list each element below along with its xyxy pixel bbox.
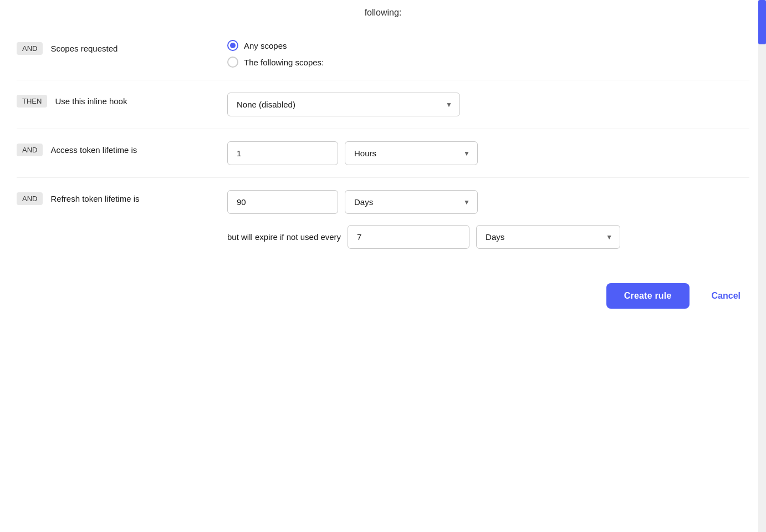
inline-hook-control-group: None (disabled) ▼ — [227, 93, 749, 116]
form-section: AND Scopes requested Any scopes The foll… — [0, 28, 766, 261]
refresh-token-control-group: Days Hours Minutes ▼ but will expire if … — [227, 190, 749, 249]
access-token-unit-wrapper: Hours Minutes Days ▼ — [345, 141, 478, 165]
inline-hook-label: Use this inline hook — [55, 96, 127, 106]
access-token-unit-select[interactable]: Hours Minutes Days — [345, 141, 478, 165]
cancel-button[interactable]: Cancel — [703, 283, 749, 309]
refresh-token-label-group: AND Refresh token lifetime is — [17, 190, 227, 205]
any-scopes-radio[interactable] — [227, 40, 238, 51]
access-token-label: Access token lifetime is — [50, 145, 137, 155]
inline-hook-row: THEN Use this inline hook None (disabled… — [17, 80, 749, 129]
page-container: following: AND Scopes requested Any scop… — [0, 0, 766, 532]
scopes-badge: AND — [17, 42, 43, 55]
access-token-label-group: AND Access token lifetime is — [17, 141, 227, 156]
refresh-token-sub-group: Days Hours Minutes ▼ but will expire if … — [227, 190, 749, 249]
expire-value-input[interactable] — [348, 225, 469, 249]
scopes-label-group: AND Scopes requested — [17, 40, 227, 55]
scopes-label: Scopes requested — [50, 44, 118, 53]
refresh-token-inline: Days Hours Minutes ▼ — [227, 190, 749, 214]
scopes-control-group: Any scopes The following scopes: — [227, 40, 749, 68]
access-token-control-group: Hours Minutes Days ▼ — [227, 141, 749, 165]
following-scopes-radio[interactable] — [227, 57, 238, 68]
header-text: following: — [0, 0, 766, 28]
refresh-token-badge: AND — [17, 192, 43, 205]
any-scopes-label: Any scopes — [244, 41, 287, 50]
scrollbar-track — [758, 0, 766, 532]
following-scopes-option[interactable]: The following scopes: — [227, 57, 749, 68]
access-token-value-input[interactable] — [227, 141, 338, 165]
expire-row: but will expire if not used every Days H… — [227, 222, 749, 249]
access-token-badge: AND — [17, 144, 43, 156]
scrollbar-thumb[interactable] — [758, 0, 766, 44]
inline-hook-select[interactable]: None (disabled) — [227, 93, 460, 116]
inline-hook-label-group: THEN Use this inline hook — [17, 93, 227, 108]
refresh-token-value-input[interactable] — [227, 190, 338, 214]
expire-prefix-text: but will expire if not used every — [227, 231, 341, 243]
create-rule-button[interactable]: Create rule — [606, 283, 690, 309]
following-scopes-label: The following scopes: — [244, 58, 324, 67]
inline-hook-badge: THEN — [17, 95, 47, 108]
access-token-inline: Hours Minutes Days ▼ — [227, 141, 749, 165]
scopes-row: AND Scopes requested Any scopes The foll… — [17, 28, 749, 80]
any-scopes-option[interactable]: Any scopes — [227, 40, 749, 51]
access-token-row: AND Access token lifetime is Hours Minut… — [17, 129, 749, 178]
footer-actions: Create rule Cancel — [0, 261, 766, 325]
refresh-token-label: Refresh token lifetime is — [50, 194, 139, 203]
refresh-token-unit-select[interactable]: Days Hours Minutes — [345, 190, 478, 214]
scopes-radio-group: Any scopes The following scopes: — [227, 40, 749, 68]
refresh-token-row: AND Refresh token lifetime is Days Hours… — [17, 178, 749, 261]
inline-hook-select-wrapper: None (disabled) ▼ — [227, 93, 460, 116]
refresh-token-unit-wrapper: Days Hours Minutes ▼ — [345, 190, 478, 214]
expire-unit-wrapper: Days Hours Minutes ▼ — [476, 225, 620, 249]
expire-unit-select[interactable]: Days Hours Minutes — [476, 225, 620, 249]
